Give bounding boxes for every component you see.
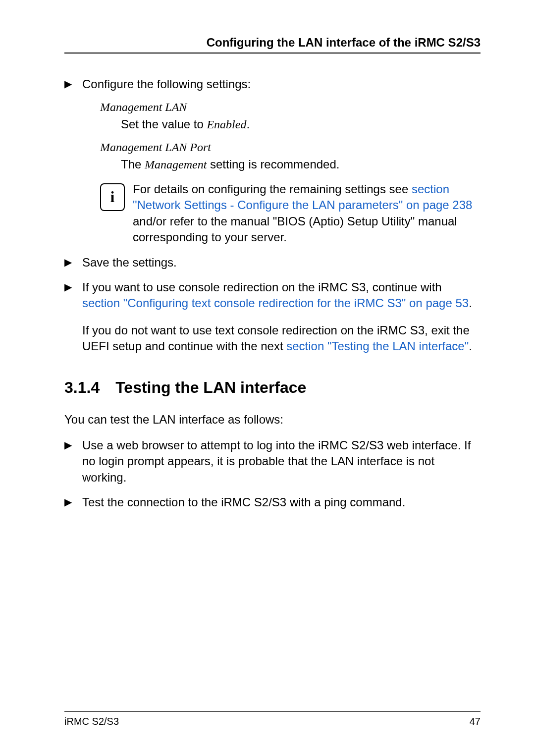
step-save-settings: ▶ Save the settings. <box>64 255 481 270</box>
step-text: Save the settings. <box>82 256 177 269</box>
bullet-icon: ▶ <box>64 280 72 294</box>
section-number: 3.1.4 <box>64 377 100 398</box>
section-intro: You can test the LAN interface as follow… <box>64 412 481 428</box>
bullet-icon: ▶ <box>64 495 72 509</box>
term-management-lan: Management LAN <box>100 99 481 115</box>
bullet-icon: ▶ <box>64 438 72 452</box>
link-testing-lan-interface[interactable]: section "Testing the LAN interface" <box>286 339 469 353</box>
settings-definition-list: Management LAN Set the value to Enabled.… <box>100 99 481 172</box>
step-console-redirection: ▶ If you want to use console redirection… <box>64 279 481 355</box>
desc-management-lan-port: The Management setting is recommended. <box>121 157 481 172</box>
info-text: For details on configuring the remaining… <box>133 181 481 246</box>
info-note: i For details on configuring the remaini… <box>100 181 481 246</box>
bullet-icon: ▶ <box>64 77 72 91</box>
desc-management-lan: Set the value to Enabled. <box>121 116 481 132</box>
bullet-icon: ▶ <box>64 256 72 269</box>
page-body: ▶ Configure the following settings: Mana… <box>64 76 481 511</box>
link-configuring-text-console[interactable]: section "Configuring text console redire… <box>82 296 469 310</box>
page-footer: iRMC S2/S3 47 <box>64 711 481 727</box>
footer-left: iRMC S2/S3 <box>64 716 119 727</box>
info-icon: i <box>100 183 125 211</box>
term-management-lan-port: Management LAN Port <box>100 139 481 155</box>
step-text: Test the connection to the iRMC S2/S3 wi… <box>82 495 405 509</box>
step-text: If you want to use console redirection o… <box>82 280 472 310</box>
test-step-web-browser: ▶ Use a web browser to attempt to log in… <box>64 437 481 486</box>
section-title-text: Testing the LAN interface <box>115 378 306 396</box>
test-step-ping: ▶ Test the connection to the iRMC S2/S3 … <box>64 494 481 510</box>
footer-page-number: 47 <box>470 716 481 727</box>
section-heading: 3.1.4Testing the LAN interface <box>64 377 481 398</box>
followup-paragraph: If you do not want to use text console r… <box>82 323 481 355</box>
step-configure-settings: ▶ Configure the following settings: Mana… <box>64 76 481 246</box>
step-text: Configure the following settings: <box>82 77 251 91</box>
running-header: Configuring the LAN interface of the iRM… <box>64 36 481 54</box>
step-text: Use a web browser to attempt to log into… <box>82 438 471 484</box>
